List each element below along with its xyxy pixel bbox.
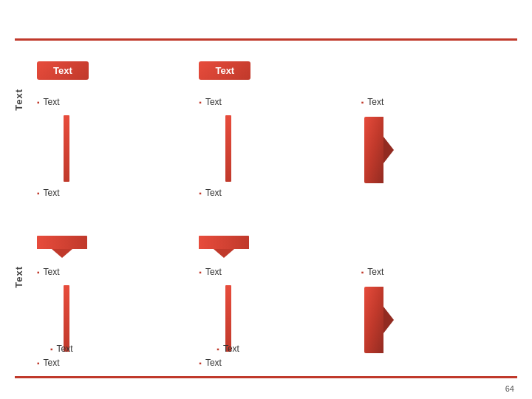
col1-down-arrow-top bbox=[31, 234, 193, 258]
col3-content-bottom: Text bbox=[355, 265, 517, 353]
col2-header-cell: Text bbox=[193, 61, 355, 84]
bullet-r2c2-1: Text bbox=[199, 97, 222, 107]
col1-content-top: Text Text bbox=[31, 95, 193, 200]
bullet-r4c1-2: Text bbox=[37, 358, 60, 368]
content-row-top: Text Text Text Text Text bbox=[31, 95, 517, 228]
col2-down-arrow-top bbox=[193, 234, 355, 258]
bullet-r2c1-2: Text bbox=[37, 188, 60, 198]
col2-header-button: Text bbox=[199, 61, 250, 80]
bullet-r4c3-1: Text bbox=[361, 267, 384, 277]
col3-right-arrow-top bbox=[364, 117, 394, 183]
bottom-bullet-row: Text Text bbox=[44, 341, 532, 356]
left-vertical-label-top: Text bbox=[13, 89, 24, 111]
col1-vertical-bar-top bbox=[64, 115, 69, 182]
top-decorative-line bbox=[15, 38, 517, 41]
col2-vertical-bar-top bbox=[225, 115, 231, 182]
left-vertical-label-bottom: Text bbox=[13, 266, 24, 288]
bullet-r2c3-1: Text bbox=[361, 97, 384, 107]
arrow-row-top bbox=[31, 228, 517, 265]
diagram-area: Text Text Text Text Text bbox=[31, 50, 517, 366]
down-arrow-2 bbox=[199, 236, 249, 258]
bottom-bullet-col1: Text bbox=[50, 344, 205, 354]
bullet-r4c2-2: Text bbox=[199, 358, 222, 368]
content-row-bottom: Text Text Text Text Text bbox=[31, 265, 517, 398]
bullet-r4c2-1: Text bbox=[199, 267, 222, 277]
col2-content-top: Text Text bbox=[193, 95, 355, 200]
bullet-r2c1-1: Text bbox=[37, 97, 60, 107]
bottom-bullet-col2: Text bbox=[216, 344, 371, 354]
bullet-r4c1-1: Text bbox=[37, 267, 60, 277]
col1-header-button: Text bbox=[37, 61, 89, 80]
col3-content-top: Text bbox=[355, 95, 517, 183]
header-row: Text Text bbox=[31, 50, 517, 95]
down-arrow-1 bbox=[37, 236, 87, 258]
col1-header-cell: Text bbox=[31, 61, 193, 84]
bullet-r2c2-2: Text bbox=[199, 188, 222, 198]
